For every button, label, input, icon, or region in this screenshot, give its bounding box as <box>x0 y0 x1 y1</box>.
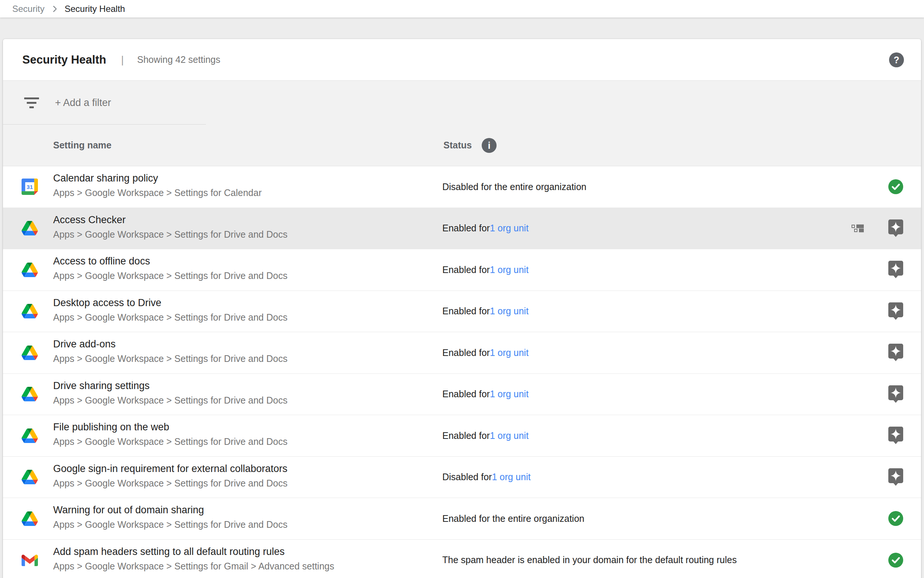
add-filter-button[interactable]: + Add a filter <box>55 97 111 109</box>
org-unit-link[interactable]: 1 org unit <box>490 223 529 234</box>
status-text: Disabled for the entire organization <box>442 182 586 192</box>
setting-title: Google sign-in requirement for external … <box>53 463 287 475</box>
security-health-card: Security Health | Showing 42 settings ? … <box>3 39 921 578</box>
filter-icon[interactable] <box>23 96 40 109</box>
breadcrumb-security-link[interactable]: Security <box>12 4 45 14</box>
check-circle-icon <box>888 510 903 528</box>
drive-icon <box>21 344 38 361</box>
org-unit-link[interactable]: 1 org unit <box>490 306 529 317</box>
table-row-10[interactable]: Add spam headers setting to all default … <box>3 540 921 578</box>
status-text: Enabled for <box>442 265 490 275</box>
chevron-right-icon <box>50 4 60 14</box>
recommendation-badge-icon[interactable] <box>888 302 903 320</box>
setting-title: Access to offline docs <box>53 255 150 267</box>
table-row-9[interactable]: Warning for out of domain sharing Apps >… <box>3 498 921 540</box>
setting-path: Apps > Google Workspace > Settings for D… <box>53 270 287 281</box>
recommendation-badge-icon[interactable] <box>888 261 903 279</box>
filter-bar: + Add a filter <box>3 81 921 125</box>
setting-path: Apps > Google Workspace > Settings for D… <box>53 436 287 447</box>
drive-icon <box>21 220 38 237</box>
recommendation-badge-icon[interactable] <box>888 344 903 362</box>
drive-icon <box>21 303 38 320</box>
org-units-icon[interactable] <box>851 224 864 232</box>
recommendation-badge-icon[interactable] <box>888 219 903 237</box>
setting-path: Apps > Google Workspace > Settings for D… <box>53 478 287 489</box>
security-health-page: Security Security Health Security Health… <box>0 0 924 578</box>
check-circle-icon <box>888 551 903 569</box>
setting-name-column-header: Setting name <box>53 140 112 151</box>
org-unit-link[interactable]: 1 org unit <box>490 389 529 399</box>
tools-section: + Add a filter Setting name Status i <box>3 81 921 166</box>
table-row-7[interactable]: File publishing on the web Apps > Google… <box>3 415 921 457</box>
setting-title: Calendar sharing policy <box>53 172 158 184</box>
table-row-4[interactable]: Desktop access to Drive Apps > Google Wo… <box>3 291 921 333</box>
status-info-icon[interactable]: i <box>482 138 497 153</box>
status-text: Enabled for <box>442 430 490 441</box>
setting-path: Apps > Google Workspace > Settings for D… <box>53 519 287 530</box>
status-text: Enabled for <box>442 306 490 317</box>
gmail-icon <box>21 552 38 568</box>
org-unit-link[interactable]: 1 org unit <box>490 265 529 275</box>
recommendation-badge-icon[interactable] <box>888 427 903 445</box>
check-circle-icon <box>888 178 903 196</box>
drive-icon <box>21 261 38 278</box>
settings-count: Showing 42 settings <box>137 54 220 65</box>
setting-path: Apps > Google Workspace > Settings for D… <box>53 312 287 323</box>
setting-path: Apps > Google Workspace > Settings for D… <box>53 395 287 406</box>
table-row-2[interactable]: Access Checker Apps > Google Workspace >… <box>3 208 921 250</box>
setting-title: Warning for out of domain sharing <box>53 504 204 516</box>
setting-title: File publishing on the web <box>53 421 169 433</box>
recommendation-badge-icon[interactable] <box>888 468 903 486</box>
table-row-3[interactable]: Access to offline docs Apps > Google Wor… <box>3 249 921 291</box>
drive-icon <box>21 469 38 485</box>
setting-title: Add spam headers setting to all default … <box>53 546 285 557</box>
status-text: Enabled for <box>442 223 490 234</box>
status-column-header: Status <box>443 140 472 151</box>
org-unit-link[interactable]: 1 org unit <box>490 430 529 441</box>
title-divider: | <box>121 54 124 66</box>
setting-path: Apps > Google Workspace > Settings for D… <box>53 229 287 240</box>
status-text: Enabled for <box>442 389 490 399</box>
recommendation-badge-icon[interactable] <box>888 385 903 403</box>
status-text: Disabled for <box>442 472 492 482</box>
setting-path: Apps > Google Workspace > Settings for G… <box>53 561 334 572</box>
drive-icon <box>21 386 38 403</box>
drive-icon <box>21 427 38 444</box>
setting-title: Access Checker <box>53 214 126 226</box>
setting-title: Drive add-ons <box>53 338 116 350</box>
org-unit-link[interactable]: 1 org unit <box>490 347 529 358</box>
breadcrumb: Security Security Health <box>0 0 924 18</box>
table-row-8[interactable]: Google sign-in requirement for external … <box>3 457 921 498</box>
setting-path: Apps > Google Workspace > Settings for D… <box>53 353 287 364</box>
svg-text:31: 31 <box>26 184 33 190</box>
drive-icon <box>21 510 38 527</box>
setting-path: Apps > Google Workspace > Settings for C… <box>53 187 262 198</box>
org-unit-link[interactable]: 1 org unit <box>492 472 531 482</box>
setting-title: Drive sharing settings <box>53 380 150 392</box>
card-header: Security Health | Showing 42 settings ? <box>3 39 921 81</box>
table-row-6[interactable]: Drive sharing settings Apps > Google Wor… <box>3 374 921 416</box>
page-title: Security Health <box>22 53 106 67</box>
setting-title: Desktop access to Drive <box>53 297 161 309</box>
help-icon[interactable]: ? <box>889 52 904 67</box>
status-text: Enabled for <box>442 347 490 358</box>
status-text: Enabled for the entire organization <box>442 513 584 524</box>
settings-list: 31 Calendar sharing policy Apps > Google… <box>3 166 921 578</box>
calendar-icon: 31 <box>21 179 38 195</box>
table-row-1[interactable]: 31 Calendar sharing policy Apps > Google… <box>3 166 921 208</box>
table-row-5[interactable]: Drive add-ons Apps > Google Workspace > … <box>3 332 921 374</box>
breadcrumb-current: Security Health <box>65 4 125 14</box>
status-text: The spam header is enabled in your domai… <box>442 555 737 565</box>
table-header: Setting name Status i <box>3 125 921 166</box>
